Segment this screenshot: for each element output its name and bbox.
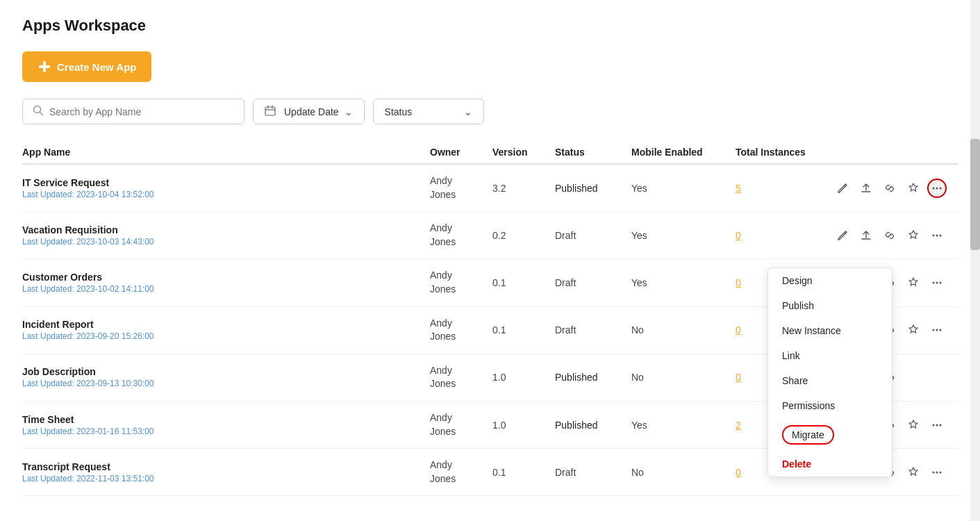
- col-version: Version: [492, 147, 555, 158]
- version-cell: 0.1: [492, 467, 555, 478]
- create-new-app-button[interactable]: Create New App: [22, 51, 151, 82]
- mobile-cell: No: [631, 467, 736, 478]
- status-cell: Published: [555, 372, 631, 383]
- chevron-down-icon: ⌄: [344, 106, 353, 117]
- app-name-cell: Incident Report Last Updated: 2023-09-20…: [22, 319, 430, 341]
- svg-point-20: [933, 424, 935, 426]
- link-icon[interactable]: [880, 226, 899, 245]
- context-menu-design[interactable]: Design: [768, 268, 892, 293]
- status-cell: Published: [555, 420, 631, 431]
- star-icon[interactable]: [904, 179, 923, 198]
- instances-link[interactable]: 0: [736, 277, 741, 288]
- svg-point-8: [933, 187, 935, 189]
- instances-link[interactable]: 0: [736, 372, 741, 383]
- scrollbar-thumb[interactable]: [970, 139, 980, 250]
- edit-icon[interactable]: [833, 226, 852, 245]
- context-menu-delete[interactable]: Delete: [768, 452, 892, 477]
- col-total-instances: Total Instances: [736, 147, 833, 158]
- instances-link[interactable]: 0: [736, 324, 741, 336]
- svg-point-11: [933, 234, 935, 236]
- context-menu-migrate[interactable]: Migrate: [768, 418, 892, 452]
- svg-point-19: [940, 329, 942, 331]
- upload-icon[interactable]: [856, 226, 876, 245]
- col-owner: Owner: [430, 147, 492, 158]
- mobile-cell: Yes: [631, 277, 736, 288]
- instances-link[interactable]: 5: [736, 183, 741, 194]
- mobile-cell: No: [631, 324, 736, 336]
- app-name-cell: Time Sheet Last Updated: 2023-01-16 11:5…: [22, 414, 430, 436]
- status-cell: Draft: [555, 277, 631, 288]
- star-icon[interactable]: [904, 226, 923, 245]
- svg-point-18: [936, 329, 938, 331]
- mobile-cell: Yes: [631, 230, 736, 241]
- svg-point-10: [940, 187, 942, 189]
- more-options-button[interactable]: [927, 463, 947, 482]
- version-cell: 1.0: [492, 420, 555, 431]
- owner-cell: AndyJones: [430, 222, 492, 249]
- plus-icon: [38, 60, 51, 74]
- more-options-button[interactable]: [927, 320, 947, 340]
- svg-point-22: [940, 424, 942, 426]
- svg-point-17: [933, 329, 935, 331]
- svg-point-13: [940, 234, 942, 236]
- more-options-button[interactable]: [927, 226, 947, 245]
- table-row: Vacation Requisition Last Updated: 2023-…: [22, 212, 958, 259]
- version-cell: 0.1: [492, 324, 555, 336]
- context-menu-share[interactable]: Share: [768, 368, 892, 393]
- star-icon[interactable]: [904, 463, 923, 482]
- table-row: IT Service Request Last Updated: 2023-10…: [22, 165, 958, 212]
- status-cell: Draft: [555, 230, 631, 241]
- status-cell: Draft: [555, 324, 631, 336]
- page-title: Apps Workspace: [22, 17, 958, 35]
- actions-cell: [833, 226, 958, 245]
- context-menu-permissions[interactable]: Permissions: [768, 393, 892, 418]
- context-menu-link[interactable]: Link: [768, 343, 892, 368]
- owner-cell: AndyJones: [430, 174, 492, 201]
- star-icon[interactable]: [904, 273, 923, 292]
- calendar-icon: [265, 105, 276, 118]
- svg-point-25: [940, 471, 942, 473]
- update-date-dropdown[interactable]: Update Date ⌄: [253, 99, 365, 124]
- more-options-button[interactable]: [927, 415, 947, 435]
- owner-cell: AndyJones: [430, 364, 492, 391]
- svg-point-14: [933, 281, 935, 283]
- star-icon[interactable]: [904, 415, 923, 435]
- version-cell: 3.2: [492, 183, 555, 194]
- app-name-cell: Job Description Last Updated: 2023-09-13…: [22, 366, 430, 388]
- instances-link[interactable]: 0: [736, 230, 741, 241]
- app-name-cell: IT Service Request Last Updated: 2023-10…: [22, 177, 430, 199]
- instances-cell: 5: [736, 183, 833, 194]
- svg-point-21: [936, 424, 938, 426]
- mobile-cell: No: [631, 372, 736, 383]
- instances-link[interactable]: 2: [736, 420, 741, 431]
- status-dropdown[interactable]: Status ⌄: [373, 99, 484, 124]
- page-container: Apps Workspace Create New App: [0, 0, 980, 521]
- owner-cell: AndyJones: [430, 458, 492, 486]
- link-icon[interactable]: [880, 179, 899, 198]
- status-cell: Draft: [555, 467, 631, 478]
- svg-point-12: [936, 234, 938, 236]
- search-box[interactable]: [22, 99, 244, 124]
- scrollbar-track: [970, 0, 980, 521]
- search-icon: [33, 105, 44, 118]
- col-mobile-enabled: Mobile Enabled: [631, 147, 736, 158]
- status-cell: Published: [555, 183, 631, 194]
- context-menu-new-instance[interactable]: New Instance: [768, 318, 892, 343]
- owner-cell: AndyJones: [430, 411, 492, 438]
- svg-point-9: [936, 187, 938, 189]
- search-input[interactable]: [49, 106, 234, 117]
- svg-rect-1: [39, 65, 50, 68]
- svg-point-15: [936, 281, 938, 283]
- more-options-button[interactable]: [927, 273, 947, 292]
- context-menu-publish[interactable]: Publish: [768, 293, 892, 318]
- owner-cell: AndyJones: [430, 317, 492, 344]
- star-icon[interactable]: [904, 320, 923, 340]
- svg-point-24: [936, 471, 938, 473]
- version-cell: 1.0: [492, 372, 555, 383]
- more-options-button[interactable]: [927, 179, 947, 198]
- chevron-down-icon: ⌄: [464, 106, 472, 117]
- upload-icon[interactable]: [856, 179, 876, 198]
- instances-link[interactable]: 0: [736, 467, 741, 478]
- edit-icon[interactable]: [833, 179, 852, 198]
- migrate-highlight: Migrate: [782, 425, 834, 445]
